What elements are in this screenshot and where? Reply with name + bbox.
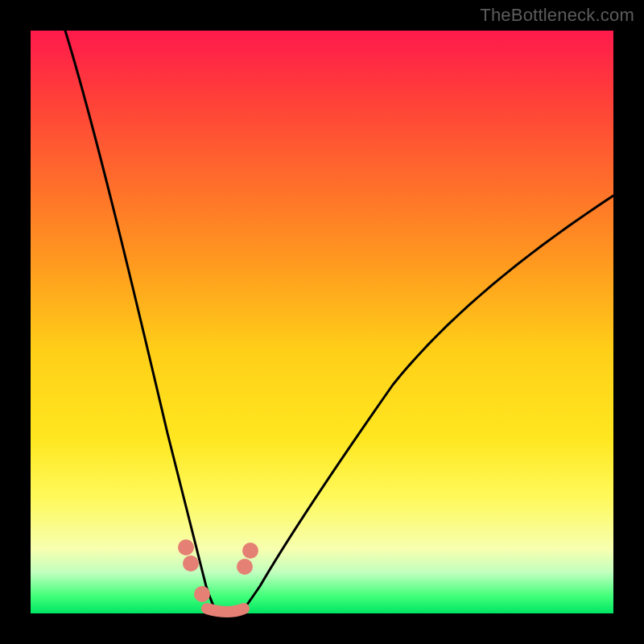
right-branch-curve [241,196,613,613]
marker-dot [183,555,199,572]
marker-dot [178,539,194,555]
chart-frame: TheBottleneck.com [0,0,644,644]
left-branch-curve [65,31,217,613]
marker-dot [237,559,253,575]
curves-svg [31,31,613,613]
watermark-text: TheBottleneck.com [480,5,634,26]
plot-area [31,31,613,613]
marker-dot [242,543,258,559]
marker-dot [194,586,210,602]
valley-marker-bar [207,609,244,612]
